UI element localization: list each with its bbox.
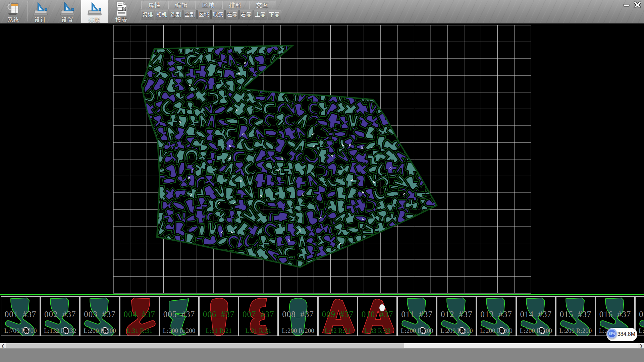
piece-lr-count: L:200 R:200 <box>517 327 555 335</box>
piece-thumbnail-008_#37[interactable]: 008_#37L:200 R:200 <box>278 296 318 336</box>
piece-thumbnail-009_#37[interactable]: 009_#37L:32 R:31 <box>318 296 358 336</box>
menu-tab-1[interactable]: 属性 <box>141 1 168 9</box>
piece-name: 017_#37 <box>636 310 644 319</box>
system-gear-icon <box>6 1 21 16</box>
piece-lr-count: L:200 R:200 <box>279 327 317 335</box>
piece-lr-count: L:200 R:200 <box>398 327 436 335</box>
tool-button-8[interactable]: 右靠 <box>239 10 253 19</box>
tool-button-5[interactable]: 区域 <box>197 10 211 19</box>
piece-name: 006_#37 <box>200 310 238 319</box>
nav-button-3[interactable]: 设置 <box>54 0 81 23</box>
piece-name: 003_#37 <box>80 310 119 319</box>
piece-thumbnail-007_#37[interactable]: 007_#37L:31 R:31 <box>238 296 278 336</box>
piece-name: 002_#37 <box>41 310 79 319</box>
tool-button-3[interactable]: 选割 <box>169 10 182 19</box>
tool-button-9[interactable]: 上靠 <box>254 10 267 19</box>
piece-name: 008_#37 <box>279 310 317 319</box>
piece-lr-count: L:33 R:33 <box>358 327 396 335</box>
piece-thumbnail-004_#37[interactable]: 004_#37L:31 R:31 <box>120 296 159 336</box>
memory-value: 384.8M <box>618 331 635 337</box>
progress-circle: 38% <box>607 328 617 339</box>
piece-lr-count: L:21 R:21 <box>200 327 238 335</box>
menu-tab-4[interactable]: 排料 <box>222 1 249 9</box>
piece-lr-count: L:200 R:200 <box>437 327 476 335</box>
scroll-left-arrow[interactable]: ❮ <box>0 343 6 348</box>
nav-button-1[interactable]: 系统 <box>0 0 27 23</box>
piece-name: 007_#37 <box>239 310 277 319</box>
toolbar: 系统设计设置排版报表属性编辑区域排料交互聚排相机选割全割区域瑕疵左靠右靠上靠下靠 <box>0 0 644 24</box>
close-button[interactable] <box>633 1 642 8</box>
piece-lr-count: L:200 R:200 <box>80 327 119 335</box>
piece-name: 013_#37 <box>477 310 515 319</box>
piece-name: 010_#37 <box>358 310 396 319</box>
nav-button-label: 设置 <box>61 16 73 24</box>
nav-button-2[interactable]: 设计 <box>27 0 54 23</box>
scroll-right-arrow[interactable]: ❯ <box>638 343 644 348</box>
menu-tab-3[interactable]: 区域 <box>195 1 222 9</box>
piece-thumbnail-012_#37[interactable]: 012_#37L:200 R:200 <box>437 296 476 336</box>
piece-thumbnail-013_#37[interactable]: 013_#37L:200 R:200 <box>476 296 516 336</box>
piece-name: 001_#37 <box>1 310 40 319</box>
piece-name: 012_#37 <box>437 310 476 319</box>
piece-lr-count: L:200 R:200 <box>160 327 198 335</box>
piece-thumbnail-015_#37[interactable]: 015_#37L:200 R:200 <box>556 296 595 336</box>
scrollbar-thumb[interactable] <box>6 343 404 348</box>
piece-lr-count: L:200 R:200 <box>556 327 595 335</box>
piece-name: 004_#37 <box>120 310 159 319</box>
tool-button-4[interactable]: 全割 <box>183 10 197 19</box>
piece-lr-count: L:32 R:31 <box>319 327 357 335</box>
tool-button-2[interactable]: 相机 <box>155 10 168 19</box>
nav-button-5[interactable]: 报表 <box>108 0 135 23</box>
piece-filmstrip: 001_#37L:700 R:700002_#37L:132 R:132003_… <box>0 294 644 337</box>
nav-button-label: 排版 <box>89 16 101 24</box>
menu-tab-5[interactable]: 交互 <box>249 1 276 9</box>
piece-name: 014_#37 <box>517 310 555 319</box>
piece-name: 016_#37 <box>596 310 634 319</box>
piece-thumbnail-017_#37[interactable]: 017_#37L:200 R:200 <box>635 296 644 336</box>
tool-button-7[interactable]: 左靠 <box>225 10 239 19</box>
status-bar <box>0 348 644 362</box>
layout-setsquare-icon <box>87 1 102 16</box>
nav-button-label: 报表 <box>115 16 127 24</box>
piece-name: 009_#37 <box>319 310 357 319</box>
piece-lr-count: L:31 R:31 <box>120 327 159 335</box>
piece-thumbnail-005_#37[interactable]: 005_#37L:200 R:200 <box>159 296 199 336</box>
piece-name: 011_#37 <box>398 310 436 319</box>
report-doc-icon <box>114 1 129 16</box>
settings-setsquare-icon <box>60 1 75 16</box>
piece-thumbnail-001_#37[interactable]: 001_#37L:700 R:700 <box>1 296 40 336</box>
tool-button-1[interactable]: 聚排 <box>141 10 154 19</box>
nav-button-label: 系统 <box>7 16 19 24</box>
tool-button-6[interactable]: 瑕疵 <box>211 10 225 19</box>
minimize-button[interactable] <box>623 1 631 8</box>
piece-name: 015_#37 <box>556 310 595 319</box>
piece-thumbnail-006_#37[interactable]: 006_#37L:21 R:21 <box>199 296 238 336</box>
piece-lr-count: L:200 R:200 <box>477 327 515 335</box>
piece-lr-count: L:132 R:132 <box>41 327 79 335</box>
piece-thumbnail-014_#37[interactable]: 014_#37L:200 R:200 <box>516 296 556 336</box>
piece-lr-count: L:31 R:31 <box>239 327 277 335</box>
nav-button-label: 设计 <box>35 16 47 24</box>
piece-name: 005_#37 <box>160 310 198 319</box>
menu-tab-2[interactable]: 编辑 <box>168 1 195 9</box>
piece-thumbnail-003_#37[interactable]: 003_#37L:200 R:200 <box>80 296 119 336</box>
progress-percent: 38% <box>608 332 615 336</box>
piece-lr-count: L:700 R:700 <box>1 327 40 335</box>
design-setsquare-icon <box>33 1 48 16</box>
tool-button-10[interactable]: 下靠 <box>268 10 281 19</box>
piece-thumbnail-002_#37[interactable]: 002_#37L:132 R:132 <box>40 296 80 336</box>
nav-button-4[interactable]: 排版 <box>81 0 108 23</box>
piece-thumbnail-010_#37[interactable]: 010_#37L:33 R:33 <box>358 296 397 336</box>
piece-thumbnail-011_#37[interactable]: 011_#37L:200 R:200 <box>397 296 437 336</box>
horizontal-scrollbar[interactable]: ❮ ❯ <box>0 343 644 348</box>
